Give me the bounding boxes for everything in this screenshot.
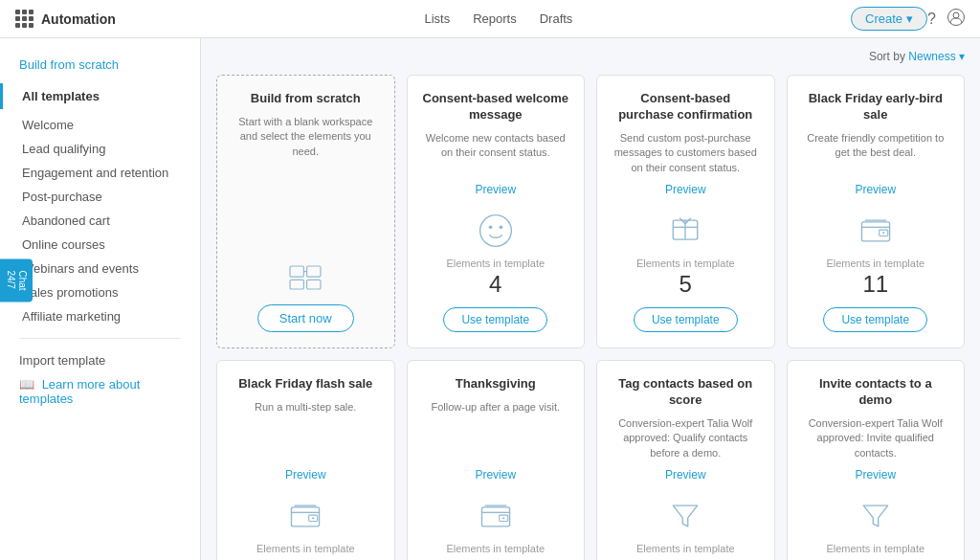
elements-count: 5 [679, 271, 692, 298]
card-desc: Send custom post-purchase messages to cu… [612, 131, 759, 175]
card-consent-welcome: Consent-based welcome message Welcome ne… [407, 75, 586, 348]
svg-rect-2 [290, 266, 303, 277]
card-desc: Follow-up after a page visit. [431, 400, 560, 460]
use-template-consent-welcome[interactable]: Use template [443, 307, 547, 332]
elements-count: 11 [862, 271, 888, 298]
sidebar-build-from-scratch[interactable]: Build from scratch [0, 54, 200, 83]
chat-button[interactable]: Chat24/7 [0, 258, 33, 302]
preview-link-tag-contacts[interactable]: Preview [665, 468, 706, 482]
card-title: Consent-based welcome message [423, 91, 569, 123]
grid-icon [15, 10, 33, 28]
help-button[interactable]: ? [927, 11, 936, 28]
card-title: Black Friday early-bird sale [803, 91, 949, 123]
sort-label: Sort by [869, 50, 905, 63]
scratch-icon [286, 258, 324, 297]
svg-rect-3 [290, 280, 303, 289]
nav-links: Lists Reports Drafts [146, 11, 851, 26]
smile-icon [477, 212, 515, 250]
main-content: Sort by Newness ▾ Build from scratch Sta… [201, 38, 980, 560]
card-consent-purchase: Consent-based purchase confirmation Send… [596, 75, 775, 348]
sidebar-divider [19, 338, 181, 339]
elements-label: Elements in template [256, 543, 355, 554]
card-desc: Create friendly competition to get the b… [803, 131, 949, 175]
app-title: Automation [41, 11, 116, 27]
card-thanksgiving: Thanksgiving Follow-up after a page visi… [407, 360, 586, 560]
elements-label: Elements in template [826, 543, 924, 554]
elements-label: Elements in template [636, 258, 735, 269]
funnel2-icon [857, 497, 895, 535]
sidebar-item-abandoned-cart[interactable]: Abandoned cart [0, 209, 200, 233]
top-navigation: Automation Lists Reports Drafts Create ▾… [0, 0, 980, 38]
wallet-icon [857, 212, 895, 250]
chevron-down-icon: ▾ [906, 11, 913, 26]
sort-value[interactable]: Newness ▾ [908, 50, 965, 63]
sidebar-learn-link[interactable]: 📖 Learn more about templates [0, 372, 200, 411]
svg-point-7 [479, 215, 511, 247]
cards-grid: Build from scratch Start with a blank wo… [216, 75, 965, 560]
main-layout: Build from scratch All templates Welcome… [0, 38, 980, 560]
card-title: Black Friday flash sale [238, 376, 372, 392]
card-desc: Conversion-expert Talia Wolf approved: Q… [612, 416, 759, 460]
sidebar-item-post-purchase[interactable]: Post-purchase [0, 185, 200, 209]
svg-point-8 [488, 225, 492, 229]
svg-rect-19 [481, 507, 509, 526]
svg-rect-5 [307, 280, 321, 289]
card-desc: Welcome new contacts based on their cons… [423, 131, 569, 175]
sidebar-all-templates[interactable]: All templates [0, 83, 200, 109]
svg-rect-13 [861, 222, 889, 241]
nav-reports[interactable]: Reports [473, 11, 517, 26]
card-desc: Start with a blank workspace and select … [233, 115, 379, 243]
svg-rect-16 [292, 507, 320, 526]
card-desc: Run a multi-step sale. [255, 400, 356, 460]
sidebar-item-affiliate[interactable]: Affiliate marketing [0, 304, 200, 328]
sidebar-import-template[interactable]: Import template [0, 348, 200, 372]
preview-link-consent-purchase[interactable]: Preview [665, 183, 706, 196]
svg-rect-4 [307, 266, 321, 277]
sidebar-item-engagement[interactable]: Engagement and retention [0, 161, 200, 185]
elements-label: Elements in template [446, 543, 545, 554]
svg-point-18 [312, 517, 314, 519]
wallet2-icon [286, 497, 324, 535]
elements-label: Elements in template [446, 258, 545, 269]
preview-link-consent-welcome[interactable]: Preview [475, 183, 516, 196]
elements-count: 7 [869, 556, 881, 560]
elements-count: 9 [300, 556, 312, 560]
elements-count: 4 [679, 556, 692, 560]
book-icon: 📖 [19, 377, 34, 392]
card-invite-contacts: Invite contacts to a demo Conversion-exp… [787, 360, 966, 560]
card-title: Thanksgiving [456, 376, 536, 392]
card-desc: Conversion-expert Talia Wolf approved: I… [803, 416, 949, 460]
nav-lists[interactable]: Lists [424, 11, 450, 26]
sidebar-item-online-courses[interactable]: Online courses [0, 233, 200, 257]
wallet3-icon [477, 497, 515, 535]
svg-point-9 [499, 225, 502, 229]
use-template-black-friday-early[interactable]: Use template [823, 307, 927, 332]
use-template-consent-purchase[interactable]: Use template [634, 307, 738, 332]
elements-count: 4 [489, 271, 501, 298]
nav-action-icons: ? [927, 9, 965, 30]
app-logo: Automation [15, 10, 116, 28]
card-black-friday-flash: Black Friday flash sale Run a multi-step… [216, 360, 395, 560]
sort-bar: Sort by Newness ▾ [216, 50, 965, 63]
funnel-icon [666, 497, 704, 535]
account-button[interactable] [947, 9, 965, 30]
preview-link-invite-contacts[interactable]: Preview [855, 468, 896, 482]
svg-point-1 [953, 12, 959, 18]
start-now-button[interactable]: Start now [257, 304, 354, 332]
preview-link-thanksgiving[interactable]: Preview [475, 468, 516, 482]
elements-label: Elements in template [826, 258, 924, 269]
card-black-friday-early: Black Friday early-bird sale Create frie… [787, 75, 966, 348]
nav-drafts[interactable]: Drafts [540, 11, 573, 26]
preview-link-black-friday-flash[interactable]: Preview [285, 468, 326, 482]
card-title: Tag contacts based on score [612, 376, 759, 409]
sidebar-item-lead-qualifying[interactable]: Lead qualifying [0, 137, 200, 161]
sidebar-item-welcome[interactable]: Welcome [0, 113, 200, 137]
elements-count: 6 [489, 556, 501, 560]
preview-link-black-friday-early[interactable]: Preview [855, 183, 896, 196]
card-title: Consent-based purchase confirmation [612, 91, 759, 123]
card-title: Build from scratch [251, 91, 361, 107]
create-button[interactable]: Create ▾ [851, 7, 927, 31]
card-tag-contacts: Tag contacts based on score Conversion-e… [596, 360, 775, 560]
card-title: Invite contacts to a demo [803, 376, 949, 409]
svg-point-21 [502, 517, 504, 519]
